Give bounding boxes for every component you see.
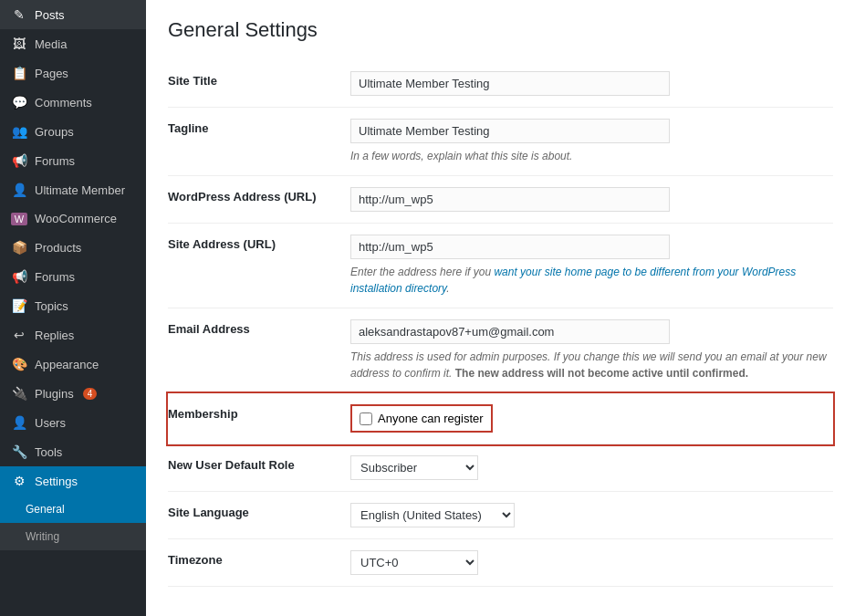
sidebar-item-products[interactable]: 📦 Products [0,233,146,262]
sidebar-item-label: Replies [35,329,74,342]
site-address-desc-after: . [446,282,449,295]
membership-cell: Anyone can register [350,393,833,444]
membership-label: Membership [168,393,350,444]
site-address-description: Enter the address here if you want your … [350,264,833,297]
general-label: General [26,503,65,516]
site-address-row: Site Address (URL) Enter the address her… [168,224,833,308]
email-desc-bold: The new address will not become active u… [455,367,748,380]
sidebar-item-users[interactable]: 👤 Users [0,408,146,437]
sidebar-item-label: Settings [35,475,78,488]
tagline-label: Tagline [168,108,350,176]
appearance-icon: 🎨 [11,357,27,371]
site-title-row: Site Title [168,60,833,108]
sidebar-item-plugins[interactable]: 🔌 Plugins 4 [0,379,146,408]
sidebar-item-replies[interactable]: ↩ Replies [0,320,146,350]
anyone-can-register-label: Anyone can register [378,412,484,425]
settings-submenu: General Writing [0,496,146,550]
site-address-cell: Enter the address here if you want your … [350,224,833,308]
sidebar-item-label: Pages [35,67,68,80]
sidebar-item-label: Comments [35,96,92,110]
settings-form: Site Title Tagline In a few words, expla… [168,60,833,587]
media-icon: 🖼 [11,37,27,51]
email-description: This address is used for admin purposes.… [350,349,833,381]
forums-icon: 📢 [11,153,27,168]
sidebar-item-label: Appearance [35,358,99,371]
email-label: Email Address [168,308,350,393]
site-title-input[interactable] [350,71,670,96]
default-role-cell: Subscriber Contributor Author Editor Adm… [350,444,833,492]
language-label: Site Language [168,492,350,539]
sidebar-item-pages[interactable]: 📋 Pages [0,58,146,88]
groups-icon: 👥 [11,124,27,139]
membership-row: Membership Anyone can register [168,393,833,444]
site-address-label: Site Address (URL) [168,224,350,308]
anyone-can-register-checkbox[interactable] [360,412,372,425]
language-row: Site Language English (United States) En… [168,492,833,539]
sidebar-item-topics[interactable]: 📝 Topics [0,291,146,320]
sidebar-item-label: Forums [35,270,75,284]
sidebar-item-label: Users [35,416,66,430]
sidebar-item-label: WooCommerce [35,212,117,225]
sidebar-item-ultimate-member[interactable]: 👤 Ultimate Member [0,175,146,204]
sidebar-subitem-general[interactable]: General [0,496,146,523]
wp-address-label: WordPress Address (URL) [168,176,350,224]
writing-label: Writing [26,530,59,543]
site-address-desc-before: Enter the address here if you [350,266,494,278]
timezone-label: Timezone [168,539,350,587]
plugins-badge: 4 [83,388,98,400]
pages-icon: 📋 [11,66,27,80]
replies-icon: ↩ [11,328,27,342]
membership-highlight: Anyone can register [350,404,493,433]
wp-address-cell [350,176,833,224]
sidebar-item-label: Groups [35,125,74,139]
tagline-input[interactable] [350,119,670,143]
sidebar-item-woocommerce[interactable]: W WooCommerce [0,204,146,233]
language-select[interactable]: English (United States) English (UK) Spa… [350,503,515,527]
default-role-row: New User Default Role Subscriber Contrib… [168,444,833,492]
sidebar-item-label: Tools [35,445,62,459]
sidebar-item-appearance[interactable]: 🎨 Appearance [0,350,146,379]
email-input[interactable] [350,319,670,344]
sidebar-item-label: Media [35,37,67,51]
content-area: General Settings Site Title Tagline In a… [146,0,855,616]
sidebar-item-forums2[interactable]: 📢 Forums [0,262,146,291]
forums2-icon: 📢 [11,269,27,284]
default-role-select[interactable]: Subscriber Contributor Author Editor Adm… [350,455,478,480]
timezone-row: Timezone UTC+0 UTC+1 UTC-5 [168,539,833,587]
products-icon: 📦 [11,240,27,255]
language-cell: English (United States) English (UK) Spa… [350,492,833,539]
sidebar: ✎ Posts 🖼 Media 📋 Pages 💬 Comments 👥 Gro… [0,0,146,616]
woocommerce-icon: W [11,213,27,225]
sidebar-item-label: Products [35,241,81,255]
sidebar-item-tools[interactable]: 🔧 Tools [0,437,146,466]
page-title: General Settings [168,18,833,42]
sidebar-item-forums[interactable]: 📢 Forums [0,146,146,175]
sidebar-item-posts[interactable]: ✎ Posts [0,0,146,29]
sidebar-item-settings[interactable]: ⚙ Settings [0,466,146,496]
email-row: Email Address This address is used for a… [168,308,833,393]
comments-icon: 💬 [11,95,27,110]
wp-address-input[interactable] [350,187,670,212]
timezone-select[interactable]: UTC+0 UTC+1 UTC-5 [350,550,478,575]
sidebar-item-media[interactable]: 🖼 Media [0,29,146,58]
posts-icon: ✎ [11,7,27,22]
users-icon: 👤 [11,415,27,430]
settings-icon: ⚙ [11,474,27,488]
site-title-label: Site Title [168,60,350,108]
topics-icon: 📝 [11,298,27,313]
sidebar-item-label: Topics [35,299,68,313]
timezone-cell: UTC+0 UTC+1 UTC-5 [350,539,833,587]
sidebar-item-label: Ultimate Member [35,183,125,197]
sidebar-subitem-writing[interactable]: Writing [0,523,146,550]
sidebar-item-label: Plugins [35,387,74,401]
site-address-input[interactable] [350,235,670,259]
wp-address-row: WordPress Address (URL) [168,176,833,224]
sidebar-item-groups[interactable]: 👥 Groups [0,117,146,146]
plugins-icon: 🔌 [11,386,27,401]
tagline-cell: In a few words, explain what this site i… [350,108,833,176]
email-cell: This address is used for admin purposes.… [350,308,833,393]
sidebar-item-comments[interactable]: 💬 Comments [0,88,146,117]
main-content: General Settings Site Title Tagline In a… [146,0,855,616]
tagline-description: In a few words, explain what this site i… [350,148,833,164]
sidebar-item-label: Posts [35,8,65,22]
